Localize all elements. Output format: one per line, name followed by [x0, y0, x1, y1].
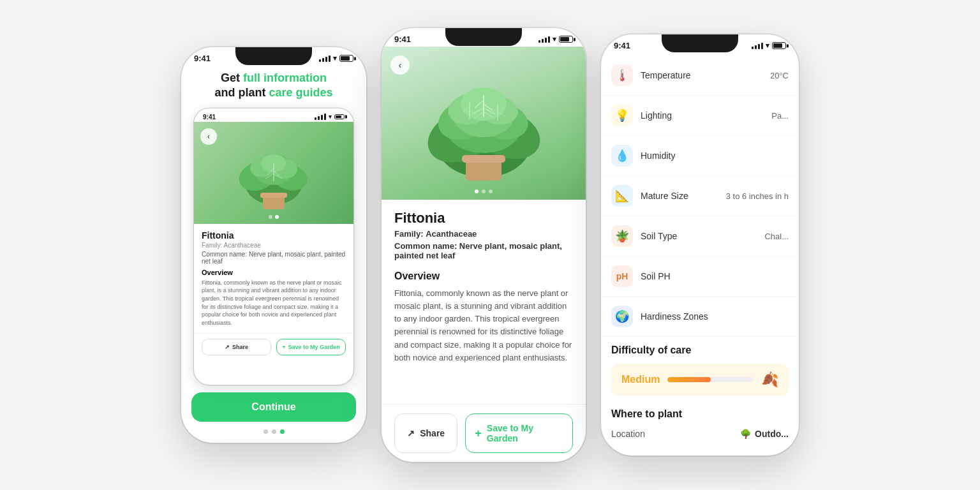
phone1-inner-phone: 9:41 ▾ ‹ [194, 108, 353, 385]
phone1-wifi-icon: ▾ [333, 54, 337, 63]
soiltype-value: Chal... [764, 232, 789, 241]
phone1-plant-common: Common name: Nerve plant, mosaic plant, … [202, 251, 346, 265]
phone1-continue-btn[interactable]: Continue [191, 392, 356, 422]
difficulty-visual [667, 377, 754, 382]
phone1-battery [339, 55, 353, 62]
phone1-inner-info: Fittonia Family: Acanthaceae Common name… [194, 224, 353, 334]
phone1-plant-family: Family: Acanthaceae [202, 242, 346, 249]
phone3-where-title: Where to plant [601, 403, 799, 422]
phone1-plant-image: ‹ [194, 122, 353, 224]
difficulty-label: Medium [621, 374, 660, 385]
phone2-actions: ↗ Share + Save to My Garden [382, 404, 586, 462]
svg-rect-38 [462, 155, 505, 163]
hardinesszones-label: Hardiness Zones [641, 311, 781, 322]
phone3-notch [662, 34, 738, 52]
temperature-value: 20°C [770, 71, 789, 80]
soiltype-icon: 🪴 [611, 225, 633, 247]
phone1-inner-status: 9:41 ▾ [194, 108, 353, 122]
phone1-signal [319, 56, 330, 62]
lighting-icon: 💡 [611, 105, 633, 126]
difficulty-fill [667, 377, 710, 382]
location-label: Location [611, 429, 645, 439]
phone-1: 9:41 ▾ Get full information and plant ca… [181, 47, 366, 443]
phone1-inner-save-btn[interactable]: + Save to My Garden [276, 339, 346, 355]
phone2-save-btn[interactable]: + Save to My Garden [465, 413, 573, 453]
soiltype-label: Soil Type [641, 231, 757, 241]
phone1-notch [235, 47, 312, 65]
maturesize-label: Mature Size [641, 191, 718, 201]
phone2-status-icons: ▾ [538, 35, 573, 43]
phone1-bottom-dots [181, 429, 366, 443]
phone1-inner-dots [269, 215, 279, 219]
phone2-time: 9:41 [394, 34, 411, 44]
phone3-care-list: 🌡️ Temperature 20°C 💡 Lighting Pa... 💧 H… [601, 53, 799, 456]
maturesize-value: 3 to 6 inches in h [726, 191, 789, 201]
phone-3: 9:41 ▾ 🌡️ Temperature 20°C [601, 34, 799, 456]
phone3-row-soiltype: 🪴 Soil Type Chal... [601, 216, 799, 256]
phone1-time: 9:41 [194, 54, 211, 63]
phone3-row-temperature: 🌡️ Temperature 20°C [601, 56, 799, 96]
lighting-value: Pa... [771, 111, 789, 121]
phone1-plant-svg [232, 131, 315, 214]
hardinesszones-icon: 🌍 [611, 306, 633, 327]
phone2-image-dots [475, 189, 493, 193]
phone3-location-row: Location 🌳 Outdo... [601, 422, 799, 445]
phone1-tagline: Get full information and plant care guid… [197, 71, 351, 101]
soilph-icon: pH [611, 265, 633, 287]
phone1-inner-share-btn[interactable]: ↗ Share [202, 339, 271, 355]
plus-icon: + [282, 344, 285, 350]
phone3-row-soilph: pH Soil PH [601, 256, 799, 297]
phone1-overview-title: Overview [202, 269, 346, 276]
phone2-overview-text: Fittonia, commonly known as the nerve pl… [394, 287, 573, 364]
phone3-row-maturesize: 📐 Mature Size 3 to 6 inches in h [601, 176, 799, 216]
share-icon: ↗ [225, 344, 230, 350]
temperature-label: Temperature [641, 70, 762, 80]
location-value: 🌳 Outdo... [740, 429, 789, 439]
svg-rect-13 [260, 193, 287, 198]
humidity-label: Humidity [641, 151, 781, 161]
phone3-difficulty-bar: Medium 🍂 [611, 364, 789, 396]
humidity-icon: 💧 [611, 145, 633, 167]
phone3-time: 9:41 [614, 41, 630, 50]
phone2-info: Fittonia Family: Acanthaceae Common name… [382, 200, 586, 404]
phone1-plant-name: Fittonia [202, 230, 346, 241]
phone-2: 9:41 ▾ ‹ [382, 28, 586, 462]
phone2-back-btn[interactable]: ‹ [390, 56, 410, 75]
phone2-share-btn[interactable]: ↗ Share [394, 413, 457, 453]
phone2-plant-name: Fittonia [394, 210, 573, 226]
phone3-row-lighting: 💡 Lighting Pa... [601, 96, 799, 136]
share-icon: ↗ [407, 428, 415, 438]
temperature-icon: 🌡️ [611, 64, 633, 86]
phone1-overview-text: Fittonia, commonly known as the nerve pl… [202, 279, 346, 327]
phone2-notch [445, 28, 522, 46]
phone1-inner-actions: ↗ Share + Save to My Garden [194, 333, 353, 360]
svg-rect-37 [466, 160, 501, 181]
phone2-family: Family: Acanthaceae [394, 229, 573, 239]
lighting-label: Lighting [641, 110, 764, 121]
phone1-status-icons: ▾ [319, 54, 353, 63]
phone2-common: Common name: Nerve plant, mosaic plant, … [394, 241, 573, 260]
maturesize-icon: 📐 [611, 185, 633, 207]
phone2-plant-image: ‹ [382, 47, 586, 200]
phones-container: 9:41 ▾ Get full information and plant ca… [0, 3, 980, 487]
phone3-difficulty-title: Difficulty of care [601, 337, 799, 359]
phone3-row-humidity: 💧 Humidity [601, 136, 799, 176]
phone2-plant-svg [413, 59, 554, 187]
phone1-header: Get full information and plant care guid… [181, 66, 366, 108]
phone2-overview-title: Overview [394, 271, 573, 282]
tree-icon: 🌳 [740, 429, 751, 439]
phone3-row-hardiness: 🌍 Hardiness Zones [601, 297, 799, 337]
phone1-inner-back-btn[interactable]: ‹ [200, 128, 217, 145]
plus-icon: + [475, 427, 482, 440]
soilph-label: Soil PH [641, 271, 781, 281]
